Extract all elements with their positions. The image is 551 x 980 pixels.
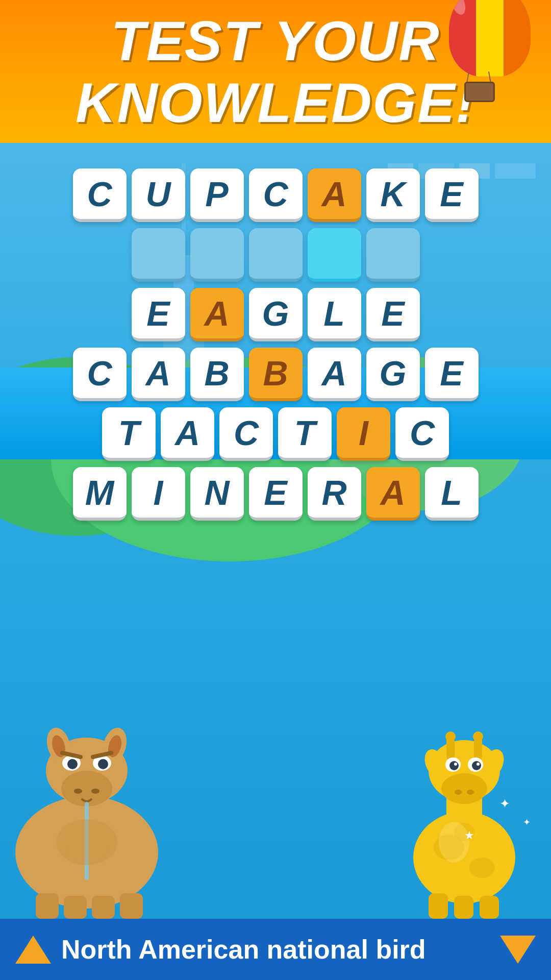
tile-c5[interactable]: C [395, 407, 449, 461]
tile-p[interactable]: P [190, 168, 244, 222]
tile-e5[interactable]: E [249, 467, 303, 521]
sparkle-3: ★ [464, 829, 474, 842]
tile-c2[interactable]: C [249, 168, 303, 222]
triangle-up-icon [15, 936, 51, 964]
svg-point-11 [98, 759, 108, 769]
right-character: ✦ ✦ ★ [388, 704, 541, 919]
tile-a-gold-2[interactable]: A [190, 288, 244, 341]
tile-n[interactable]: N [190, 467, 244, 521]
tile-blank-2[interactable] [190, 228, 244, 282]
svg-point-10 [67, 759, 78, 769]
svg-point-14 [74, 789, 82, 794]
svg-rect-19 [92, 896, 115, 919]
prev-button[interactable] [15, 932, 51, 967]
svg-rect-17 [36, 893, 59, 919]
word-row-eagle: E A G L E [132, 288, 420, 341]
svg-point-21 [56, 819, 117, 865]
svg-point-46 [439, 822, 469, 863]
tile-t1[interactable]: T [102, 407, 156, 461]
tile-e1[interactable]: E [425, 168, 479, 222]
tile-e2[interactable]: E [132, 288, 185, 341]
bottom-navigation-bar: North American national bird [0, 919, 551, 980]
tile-blank-1[interactable] [132, 228, 185, 282]
tile-k[interactable]: K [366, 168, 420, 222]
svg-rect-44 [454, 896, 473, 919]
tile-t2[interactable]: T [278, 407, 332, 461]
tile-blank-4-bright[interactable] [308, 228, 361, 282]
svg-point-25 [441, 773, 487, 804]
word-row-blank [132, 228, 420, 282]
tile-b1[interactable]: B [190, 348, 244, 401]
tile-c4[interactable]: C [219, 407, 273, 461]
svg-point-27 [445, 731, 456, 742]
word-row-tactic: T A C T I C [102, 407, 449, 461]
word-grid: C U P C A K E E A G L E C A B B A G E T … [0, 168, 551, 521]
tile-a-gold-1[interactable]: A [308, 168, 361, 222]
tile-a2[interactable]: A [308, 348, 361, 401]
tile-r[interactable]: R [308, 467, 361, 521]
tile-b-gold[interactable]: B [249, 348, 303, 401]
svg-point-34 [449, 761, 459, 770]
next-button[interactable] [500, 932, 536, 967]
tile-a-gold-3[interactable]: A [366, 467, 420, 521]
svg-point-41 [469, 857, 495, 878]
tile-a3[interactable]: A [161, 407, 214, 461]
svg-point-37 [477, 763, 480, 766]
tile-l[interactable]: L [308, 288, 361, 341]
svg-point-38 [455, 790, 462, 795]
tile-l2[interactable]: L [425, 467, 479, 521]
left-character [0, 689, 189, 919]
tile-u[interactable]: U [132, 168, 185, 222]
word-row-mineral: M I N E R A L [73, 467, 479, 521]
tile-g[interactable]: G [249, 288, 303, 341]
tile-i1[interactable]: I [132, 467, 185, 521]
tile-a1[interactable]: A [132, 348, 185, 401]
title-line2: KNOWLEDGE! [76, 71, 475, 133]
title-line1: TEST YOUR [76, 10, 475, 71]
tile-g2[interactable]: G [366, 348, 420, 401]
svg-rect-18 [64, 896, 87, 919]
tile-blank-5[interactable] [366, 228, 420, 282]
svg-point-39 [467, 790, 474, 795]
svg-point-35 [472, 761, 481, 770]
svg-rect-45 [480, 896, 499, 919]
tile-blank-3[interactable] [249, 228, 303, 282]
word-row-cupcake: C U P C A K E [73, 168, 479, 222]
sparkle-1: ✦ [499, 796, 510, 811]
svg-rect-43 [429, 893, 448, 919]
svg-rect-20 [120, 893, 143, 919]
svg-point-36 [454, 763, 457, 766]
tile-c1[interactable]: C [73, 168, 127, 222]
triangle-down-icon [500, 936, 536, 964]
balloon-envelope [449, 0, 531, 77]
characters-area: ✦ ✦ ★ [0, 664, 551, 919]
tile-e4[interactable]: E [425, 348, 479, 401]
tile-m[interactable]: M [73, 467, 127, 521]
tile-i-gold[interactable]: I [337, 407, 390, 461]
hint-text: North American national bird [61, 934, 490, 965]
tile-e3[interactable]: E [366, 288, 420, 341]
hot-air-balloon [439, 0, 541, 112]
svg-point-15 [91, 789, 99, 794]
svg-point-29 [473, 731, 483, 742]
page-title: TEST YOUR KNOWLEDGE! [76, 10, 475, 133]
sparkle-2: ✦ [523, 817, 531, 828]
tile-c3[interactable]: C [73, 348, 127, 401]
word-row-cabbage: C A B B A G E [73, 348, 479, 401]
balloon-basket [464, 82, 495, 102]
